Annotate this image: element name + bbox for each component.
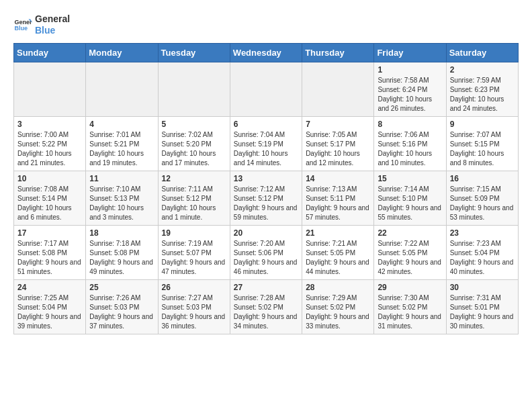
weekday-header-saturday: Saturday xyxy=(446,43,518,62)
day-number: 1 xyxy=(378,65,442,75)
day-info: Sunrise: 7:20 AM Sunset: 5:06 PM Dayligh… xyxy=(234,239,298,277)
day-info: Sunrise: 7:04 AM Sunset: 5:19 PM Dayligh… xyxy=(234,130,298,168)
day-number: 27 xyxy=(234,283,298,292)
calendar-cell: 10Sunrise: 7:08 AM Sunset: 5:14 PM Dayli… xyxy=(14,171,86,225)
calendar-cell: 6Sunrise: 7:04 AM Sunset: 5:19 PM Daylig… xyxy=(230,116,302,171)
day-info: Sunrise: 7:13 AM Sunset: 5:11 PM Dayligh… xyxy=(306,185,370,222)
day-number: 6 xyxy=(234,120,298,129)
day-number: 5 xyxy=(162,120,226,129)
weekday-header-thursday: Thursday xyxy=(302,43,374,62)
weekday-header-sunday: Sunday xyxy=(14,43,86,62)
day-info: Sunrise: 7:14 AM Sunset: 5:10 PM Dayligh… xyxy=(378,185,442,222)
day-info: Sunrise: 7:05 AM Sunset: 5:17 PM Dayligh… xyxy=(306,130,370,168)
day-number: 18 xyxy=(89,228,154,238)
calendar-cell: 9Sunrise: 7:07 AM Sunset: 5:15 PM Daylig… xyxy=(446,116,518,171)
day-number: 13 xyxy=(234,174,298,183)
day-info: Sunrise: 7:28 AM Sunset: 5:02 PM Dayligh… xyxy=(234,293,298,331)
day-info: Sunrise: 7:01 AM Sunset: 5:21 PM Dayligh… xyxy=(89,130,154,168)
calendar-cell: 20Sunrise: 7:20 AM Sunset: 5:06 PM Dayli… xyxy=(230,225,302,279)
logo-icon: General Blue xyxy=(13,15,32,34)
day-number: 14 xyxy=(306,174,370,183)
day-number: 4 xyxy=(89,120,154,129)
calendar-cell: 14Sunrise: 7:13 AM Sunset: 5:11 PM Dayli… xyxy=(302,171,374,225)
calendar-cell: 29Sunrise: 7:30 AM Sunset: 5:02 PM Dayli… xyxy=(374,279,446,334)
day-info: Sunrise: 7:02 AM Sunset: 5:20 PM Dayligh… xyxy=(162,130,226,168)
day-number: 9 xyxy=(450,120,515,129)
day-number: 29 xyxy=(378,283,442,292)
day-number: 15 xyxy=(378,174,442,183)
calendar-cell xyxy=(14,62,86,116)
calendar-cell: 16Sunrise: 7:15 AM Sunset: 5:09 PM Dayli… xyxy=(446,171,518,225)
calendar-cell: 13Sunrise: 7:12 AM Sunset: 5:12 PM Dayli… xyxy=(230,171,302,225)
calendar-cell: 27Sunrise: 7:28 AM Sunset: 5:02 PM Dayli… xyxy=(230,279,302,334)
day-number: 26 xyxy=(162,283,226,292)
calendar-cell: 30Sunrise: 7:31 AM Sunset: 5:01 PM Dayli… xyxy=(446,279,518,334)
calendar-cell: 26Sunrise: 7:27 AM Sunset: 5:03 PM Dayli… xyxy=(158,279,230,334)
calendar-cell xyxy=(302,62,374,116)
calendar-cell xyxy=(158,62,230,116)
calendar-cell: 19Sunrise: 7:19 AM Sunset: 5:07 PM Dayli… xyxy=(158,225,230,279)
day-info: Sunrise: 7:26 AM Sunset: 5:03 PM Dayligh… xyxy=(89,293,154,331)
calendar-cell: 3Sunrise: 7:00 AM Sunset: 5:22 PM Daylig… xyxy=(14,116,86,171)
day-number: 24 xyxy=(17,283,82,292)
day-info: Sunrise: 7:27 AM Sunset: 5:03 PM Dayligh… xyxy=(162,293,226,331)
day-number: 22 xyxy=(378,228,442,238)
day-info: Sunrise: 7:07 AM Sunset: 5:15 PM Dayligh… xyxy=(450,130,515,168)
day-info: Sunrise: 7:59 AM Sunset: 6:23 PM Dayligh… xyxy=(450,76,515,113)
day-number: 8 xyxy=(378,120,442,129)
day-info: Sunrise: 7:11 AM Sunset: 5:12 PM Dayligh… xyxy=(162,185,226,222)
day-info: Sunrise: 7:22 AM Sunset: 5:05 PM Dayligh… xyxy=(378,239,442,277)
calendar-cell: 7Sunrise: 7:05 AM Sunset: 5:17 PM Daylig… xyxy=(302,116,374,171)
calendar-cell: 4Sunrise: 7:01 AM Sunset: 5:21 PM Daylig… xyxy=(86,116,158,171)
day-number: 11 xyxy=(89,174,154,183)
day-number: 19 xyxy=(162,228,226,238)
calendar-table: SundayMondayTuesdayWednesdayThursdayFrid… xyxy=(13,43,519,334)
day-info: Sunrise: 7:12 AM Sunset: 5:12 PM Dayligh… xyxy=(234,185,298,222)
calendar-cell: 12Sunrise: 7:11 AM Sunset: 5:12 PM Dayli… xyxy=(158,171,230,225)
calendar-cell: 22Sunrise: 7:22 AM Sunset: 5:05 PM Dayli… xyxy=(374,225,446,279)
day-number: 20 xyxy=(234,228,298,238)
calendar-cell: 8Sunrise: 7:06 AM Sunset: 5:16 PM Daylig… xyxy=(374,116,446,171)
calendar-cell: 11Sunrise: 7:10 AM Sunset: 5:13 PM Dayli… xyxy=(86,171,158,225)
logo: General Blue General Blue xyxy=(13,13,70,36)
day-info: Sunrise: 7:31 AM Sunset: 5:01 PM Dayligh… xyxy=(450,293,515,331)
day-number: 17 xyxy=(17,228,82,238)
calendar-cell: 18Sunrise: 7:18 AM Sunset: 5:08 PM Dayli… xyxy=(86,225,158,279)
day-number: 23 xyxy=(450,228,515,238)
day-info: Sunrise: 7:15 AM Sunset: 5:09 PM Dayligh… xyxy=(450,185,515,222)
day-info: Sunrise: 7:21 AM Sunset: 5:05 PM Dayligh… xyxy=(306,239,370,277)
day-number: 2 xyxy=(450,65,515,75)
calendar-cell: 1Sunrise: 7:58 AM Sunset: 6:24 PM Daylig… xyxy=(374,62,446,116)
calendar-cell xyxy=(230,62,302,116)
day-info: Sunrise: 7:23 AM Sunset: 5:04 PM Dayligh… xyxy=(450,239,515,277)
day-number: 10 xyxy=(17,174,82,183)
calendar-cell: 25Sunrise: 7:26 AM Sunset: 5:03 PM Dayli… xyxy=(86,279,158,334)
day-number: 25 xyxy=(89,283,154,292)
calendar-cell: 17Sunrise: 7:17 AM Sunset: 5:08 PM Dayli… xyxy=(14,225,86,279)
day-number: 30 xyxy=(450,283,515,292)
day-info: Sunrise: 7:06 AM Sunset: 5:16 PM Dayligh… xyxy=(378,130,442,168)
calendar-cell: 15Sunrise: 7:14 AM Sunset: 5:10 PM Dayli… xyxy=(374,171,446,225)
day-info: Sunrise: 7:00 AM Sunset: 5:22 PM Dayligh… xyxy=(17,130,82,168)
header: General Blue General Blue xyxy=(13,13,519,36)
calendar-cell: 5Sunrise: 7:02 AM Sunset: 5:20 PM Daylig… xyxy=(158,116,230,171)
day-number: 3 xyxy=(17,120,82,129)
calendar-cell: 23Sunrise: 7:23 AM Sunset: 5:04 PM Dayli… xyxy=(446,225,518,279)
day-number: 21 xyxy=(306,228,370,238)
day-number: 28 xyxy=(306,283,370,292)
weekday-header-wednesday: Wednesday xyxy=(230,43,302,62)
calendar-cell: 28Sunrise: 7:29 AM Sunset: 5:02 PM Dayli… xyxy=(302,279,374,334)
day-info: Sunrise: 7:17 AM Sunset: 5:08 PM Dayligh… xyxy=(17,239,82,277)
day-info: Sunrise: 7:29 AM Sunset: 5:02 PM Dayligh… xyxy=(306,293,370,331)
day-info: Sunrise: 7:58 AM Sunset: 6:24 PM Dayligh… xyxy=(378,76,442,113)
day-info: Sunrise: 7:25 AM Sunset: 5:04 PM Dayligh… xyxy=(17,293,82,331)
day-number: 7 xyxy=(306,120,370,129)
calendar-cell xyxy=(86,62,158,116)
day-info: Sunrise: 7:18 AM Sunset: 5:08 PM Dayligh… xyxy=(89,239,154,277)
weekday-header-monday: Monday xyxy=(86,43,158,62)
day-info: Sunrise: 7:19 AM Sunset: 5:07 PM Dayligh… xyxy=(162,239,226,277)
calendar-cell: 2Sunrise: 7:59 AM Sunset: 6:23 PM Daylig… xyxy=(446,62,518,116)
day-number: 12 xyxy=(162,174,226,183)
calendar-cell: 21Sunrise: 7:21 AM Sunset: 5:05 PM Dayli… xyxy=(302,225,374,279)
calendar-cell: 24Sunrise: 7:25 AM Sunset: 5:04 PM Dayli… xyxy=(14,279,86,334)
